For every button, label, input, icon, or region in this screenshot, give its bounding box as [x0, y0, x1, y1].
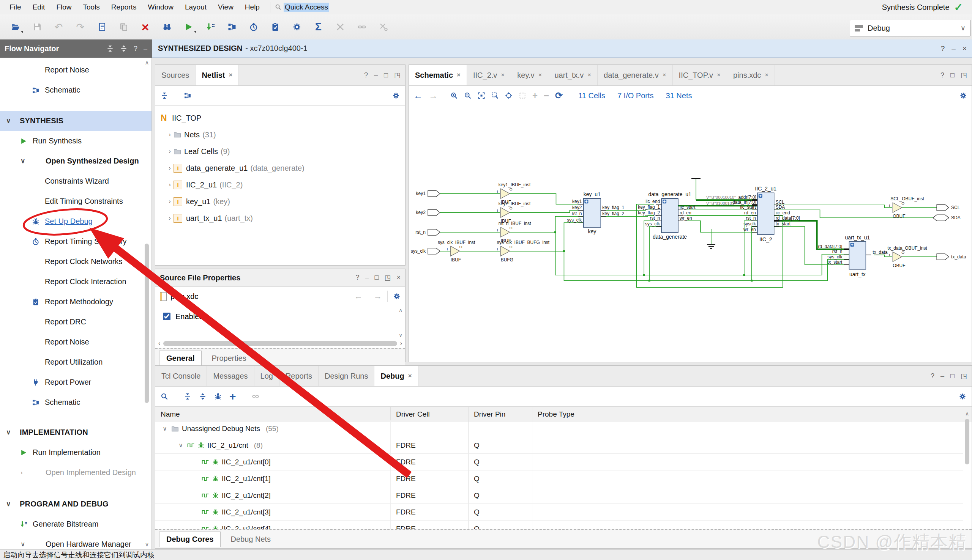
flownav-report-clock-networks[interactable]: Report Clock Networks [0, 252, 152, 272]
regenerate-icon[interactable]: ⟳ [555, 90, 563, 101]
timing-button[interactable] [243, 18, 264, 35]
zoom-out-icon[interactable] [464, 92, 472, 99]
forward-icon[interactable]: → [374, 292, 382, 301]
open-file-button[interactable] [5, 18, 26, 35]
menu-file[interactable]: File [4, 3, 27, 12]
zoom-fit-icon[interactable] [478, 92, 485, 99]
copy-button[interactable] [113, 18, 134, 35]
schematic-button[interactable] [221, 18, 243, 35]
tab-data-generate-v[interactable]: data_generate.v× [598, 65, 673, 85]
flownav-report-timing-summary[interactable]: Report Timing Summary [0, 232, 152, 252]
output-ports[interactable] [933, 205, 949, 260]
unprobe-button[interactable] [372, 18, 394, 35]
tab-iic2-v[interactable]: IIC_2.v× [467, 65, 511, 85]
search-icon[interactable] [160, 393, 168, 400]
float-icon[interactable]: ◳ [384, 273, 391, 282]
maximize-icon[interactable]: □ [375, 273, 379, 282]
help-icon[interactable]: ? [941, 44, 945, 53]
forward-icon[interactable]: → [429, 90, 438, 101]
flownav-open-implemented-design[interactable]: ›Open Implemented Design [0, 462, 152, 483]
tab-debug[interactable]: Debug× [374, 366, 418, 386]
float-icon[interactable]: ◳ [960, 71, 967, 79]
table-row[interactable]: IIC_2_u1/cnt[1] FDREQ [155, 470, 963, 487]
tab-properties[interactable]: Properties [205, 351, 253, 366]
flownav-report-noise2[interactable]: Report Noise [0, 332, 152, 352]
scrollbar-thumb[interactable] [965, 419, 969, 464]
block-key-u1[interactable]: key_u1 key key1 key2 rst_n sys_clk key_f… [567, 191, 624, 235]
schematic-drawing[interactable]: key1 key2 rst_n sys_clk key1_IBUF_instIB… [409, 105, 972, 362]
chevron-down-icon[interactable]: ∨ [20, 540, 25, 548]
nets-link[interactable]: 31 Nets [666, 92, 692, 100]
table-row[interactable]: IIC_2_u1/cnt[2] FDREQ [155, 487, 963, 504]
scroll-left-icon[interactable]: ‹ [158, 340, 160, 347]
tab-tcl-console[interactable]: Tcl Console [155, 366, 207, 386]
help-icon[interactable]: ? [356, 273, 359, 282]
menu-reports[interactable]: Reports [105, 3, 142, 12]
minimize-icon[interactable]: – [365, 273, 369, 282]
tab-general[interactable]: General [159, 350, 202, 366]
close-icon[interactable]: × [717, 71, 721, 79]
block-data-generate-u1[interactable]: data_generate_u1 data_generate iic_end k… [638, 191, 696, 240]
help-icon[interactable]: ? [364, 71, 368, 79]
tree-item-uart-tx[interactable]: ›Iuart_tx_u1(uart_tx) [160, 210, 405, 227]
close-icon[interactable]: × [765, 71, 768, 79]
undo-button[interactable]: ↶ [48, 18, 70, 35]
tab-design-runs[interactable]: Design Runs [319, 366, 375, 386]
tab-reports[interactable]: Reports [279, 366, 319, 386]
tab-netlist[interactable]: Netlist× [195, 65, 239, 85]
chevron-down-icon[interactable]: ∨ [6, 117, 11, 125]
scroll-right-icon[interactable]: › [400, 340, 402, 347]
back-icon[interactable]: ← [414, 90, 423, 101]
add-probe-button[interactable]: + [229, 390, 236, 403]
redo-button[interactable]: ↷ [70, 18, 91, 35]
chevron-right-icon[interactable]: › [20, 469, 23, 477]
tree-item-leaf-cells[interactable]: ›Leaf Cells(9) [160, 143, 405, 160]
close-icon[interactable]: × [408, 372, 412, 380]
chevron-down-icon[interactable]: ∨ [20, 157, 25, 165]
zoom-in-icon[interactable] [450, 92, 458, 99]
sum-button[interactable]: Σ [307, 18, 329, 35]
collapse-all-icon[interactable] [160, 92, 168, 99]
close-icon[interactable]: × [501, 71, 504, 79]
column-name[interactable]: Name [155, 407, 391, 422]
menu-edit[interactable]: Edit [27, 3, 51, 12]
menu-window[interactable]: Window [142, 3, 179, 12]
link-button[interactable] [351, 18, 372, 35]
chevron-down-icon[interactable]: ∨ [6, 500, 11, 508]
flownav-section-implementation[interactable]: ∨IMPLEMENTATION [0, 422, 152, 442]
autofit-icon[interactable] [519, 92, 526, 99]
scroll-up-icon[interactable]: ∧ [963, 410, 971, 417]
table-row[interactable]: IIC_2_u1/cnt[0] FDREQ [155, 454, 963, 470]
maximize-icon[interactable]: □ [950, 71, 955, 79]
report-button[interactable] [91, 18, 113, 35]
expand-all-icon[interactable] [120, 45, 128, 52]
column-probe-type[interactable]: Probe Type [532, 407, 608, 422]
tab-messages[interactable]: Messages [207, 366, 254, 386]
gear-icon[interactable] [959, 393, 966, 400]
flownav-constraints-wizard[interactable]: Constraints Wizard [0, 171, 152, 191]
flownav-report-drc[interactable]: Report DRC [0, 312, 152, 332]
tab-debug-nets[interactable]: Debug Nets [224, 532, 277, 547]
gear-icon[interactable] [959, 92, 967, 99]
tab-iic-top-v[interactable]: IIC_TOP.v× [673, 65, 727, 85]
find-button[interactable] [156, 18, 178, 35]
maximize-icon[interactable]: □ [384, 71, 388, 79]
minimize-icon[interactable]: – [374, 71, 378, 79]
tab-schematic[interactable]: Schematic× [409, 65, 467, 85]
tab-key-v[interactable]: key.v× [511, 65, 548, 85]
minimize-icon[interactable]: – [940, 372, 944, 380]
flownav-open-hardware-manager[interactable]: ∨Open Hardware Manager [0, 534, 152, 549]
collapse-level-icon[interactable]: − [544, 90, 549, 101]
flownav-schematic2[interactable]: Schematic [0, 392, 152, 412]
table-row[interactable]: IIC_2_u1/cnt[3] FDREQ [155, 504, 963, 520]
tab-sources[interactable]: Sources [155, 65, 195, 85]
help-icon[interactable]: ? [940, 71, 944, 79]
scrollbar-thumb[interactable] [163, 341, 397, 346]
save-button[interactable] [26, 18, 48, 35]
flownav-run-synthesis[interactable]: Run Synthesis [0, 131, 152, 151]
help-icon[interactable]: ? [930, 372, 934, 380]
scroll-down-icon[interactable]: ∨ [143, 541, 151, 548]
flownav-generate-bitstream[interactable]: Generate Bitstream [0, 514, 152, 534]
menu-tools[interactable]: Tools [77, 3, 105, 12]
target-icon[interactable] [505, 92, 513, 99]
